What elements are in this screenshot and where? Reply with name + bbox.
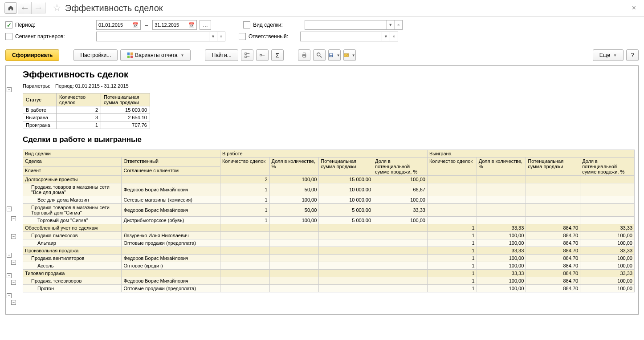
svg-rect-12 bbox=[303, 56, 305, 58]
period-checkbox[interactable] bbox=[5, 21, 12, 28]
calendar-icon[interactable]: 📅 bbox=[188, 22, 195, 28]
collapse-toggle[interactable]: − bbox=[11, 280, 16, 285]
date-to-field[interactable]: 📅 bbox=[152, 20, 197, 30]
responsible-checkbox[interactable] bbox=[239, 33, 246, 40]
back-button[interactable]: 🡐 bbox=[18, 2, 32, 14]
collapse-all-button[interactable] bbox=[256, 49, 269, 61]
table-row[interactable]: Обособленный учет по сделкам133,33884,70… bbox=[23, 224, 635, 232]
table-row[interactable]: Произвольная продажа133,33884,7033,33 bbox=[23, 247, 635, 255]
expand-all-button[interactable] bbox=[241, 49, 253, 61]
help-button[interactable]: ? bbox=[626, 49, 639, 61]
table-row[interactable]: Продажа товаров в магазины сети "Все для… bbox=[23, 183, 635, 196]
segment-label: Сегмент партнеров: bbox=[15, 33, 73, 40]
favorite-star-icon[interactable]: ☆ bbox=[53, 2, 61, 14]
collapse-icon bbox=[259, 52, 265, 58]
deal-type-combo[interactable]: ▼ × bbox=[305, 20, 403, 30]
date-from-input[interactable] bbox=[98, 22, 130, 28]
segment-checkbox[interactable] bbox=[5, 33, 12, 40]
report-variants-button[interactable]: Варианты отчета ▼ bbox=[120, 49, 191, 61]
save-button[interactable]: ▼ bbox=[328, 49, 341, 61]
collapse-toggle[interactable]: − bbox=[7, 206, 12, 211]
svg-rect-3 bbox=[130, 56, 133, 58]
preview-button[interactable] bbox=[313, 49, 326, 61]
collapse-toggle[interactable]: − bbox=[11, 234, 16, 239]
print-button[interactable] bbox=[298, 49, 310, 61]
svg-rect-18 bbox=[344, 54, 348, 57]
summary-header-status: Статус bbox=[23, 93, 57, 106]
report-subtitle: Сделки в работе и выигранные bbox=[23, 135, 635, 144]
segment-combo[interactable]: ▼ × bbox=[96, 32, 225, 41]
summary-table: Статус Количество сделок Потенциальная с… bbox=[23, 93, 150, 129]
table-row[interactable]: Долгосрочные проекты2100,0015 000,00100,… bbox=[23, 176, 635, 183]
table-row[interactable]: ПротонОптовые продажи (предоплата)1100,0… bbox=[23, 285, 635, 292]
segment-input[interactable] bbox=[97, 32, 209, 41]
responsible-combo[interactable]: ▼ × bbox=[300, 32, 398, 41]
collapse-toggle[interactable]: − bbox=[11, 260, 16, 265]
header-bar: 🡐 🡒 ☆ Эффективность сделок × bbox=[0, 0, 644, 16]
table-row[interactable]: Продажа телевизоровФедоров Борис Михайло… bbox=[23, 277, 635, 285]
table-row[interactable]: АльтаирОптовые продажи (предоплата)1100,… bbox=[23, 239, 635, 247]
sum-button[interactable]: Σ bbox=[271, 49, 284, 61]
svg-rect-4 bbox=[245, 53, 246, 55]
nav-back-forward: 🡐 🡒 bbox=[18, 2, 45, 14]
svg-rect-5 bbox=[245, 56, 246, 58]
table-row[interactable]: Все для дома МагазинСетевые магазины (ко… bbox=[23, 196, 635, 204]
chevron-down-icon[interactable]: ▼ bbox=[209, 32, 217, 41]
variants-icon bbox=[127, 52, 133, 58]
table-row[interactable]: Продажа товаров в магазины сети Торговый… bbox=[23, 204, 635, 217]
collapse-toggle[interactable]: − bbox=[11, 216, 16, 221]
clear-icon[interactable]: × bbox=[217, 32, 225, 41]
summary-row: Выиграна32 654,10 bbox=[23, 114, 150, 121]
date-from-field[interactable]: 📅 bbox=[96, 20, 141, 30]
summary-header-amount: Потенциальная сумма продажи bbox=[101, 93, 150, 106]
summary-row: Проиграна1707,76 bbox=[23, 121, 150, 129]
svg-rect-16 bbox=[330, 54, 332, 55]
home-icon bbox=[8, 5, 14, 11]
svg-rect-0 bbox=[127, 53, 130, 55]
clear-icon[interactable]: × bbox=[390, 32, 398, 41]
collapse-toggle[interactable]: − bbox=[7, 273, 12, 278]
filters-panel: Период: 📅 – 📅 ... Вид сделки: ▼ × Сегмен… bbox=[0, 16, 644, 47]
generate-button[interactable]: Сформировать bbox=[5, 49, 59, 61]
close-button[interactable]: × bbox=[628, 4, 640, 12]
deal-type-input[interactable] bbox=[305, 20, 386, 29]
calendar-icon[interactable]: 📅 bbox=[132, 22, 139, 28]
deal-type-checkbox[interactable] bbox=[243, 21, 250, 28]
svg-rect-1 bbox=[130, 53, 133, 55]
chevron-down-icon[interactable]: ▼ bbox=[382, 32, 390, 41]
table-row[interactable]: Продажа пылесосовЛазуренко Илья Николаев… bbox=[23, 232, 635, 239]
report-title: Эффективность сделок bbox=[23, 69, 635, 80]
home-button[interactable] bbox=[4, 2, 17, 14]
period-label: Период: bbox=[15, 22, 73, 28]
table-row[interactable]: Типовая продажа133,33884,7033,33 bbox=[23, 270, 635, 277]
date-to-input[interactable] bbox=[155, 22, 186, 28]
chevron-down-icon[interactable]: ▼ bbox=[386, 20, 394, 29]
svg-line-14 bbox=[320, 56, 322, 57]
svg-point-13 bbox=[317, 53, 320, 56]
settings-button[interactable]: Настройки... bbox=[73, 49, 118, 61]
more-button[interactable]: Еще▼ bbox=[593, 49, 624, 61]
email-button[interactable]: ▼ bbox=[343, 49, 356, 61]
svg-rect-17 bbox=[330, 56, 332, 57]
period-ellipsis-button[interactable]: ... bbox=[200, 20, 211, 30]
collapse-toggle[interactable]: − bbox=[7, 87, 12, 92]
svg-rect-11 bbox=[303, 53, 305, 55]
collapse-toggle[interactable]: − bbox=[7, 293, 12, 298]
forward-button[interactable]: 🡒 bbox=[32, 2, 45, 14]
collapse-toggle[interactable]: − bbox=[11, 300, 16, 305]
summary-row: В работе215 000,00 bbox=[23, 106, 150, 114]
chevron-down-icon: ▼ bbox=[613, 53, 617, 57]
table-row[interactable]: АссольОптовое (кредит)1100,00884,70100,0… bbox=[23, 262, 635, 270]
collapse-toggle[interactable]: − bbox=[7, 253, 12, 258]
chevron-down-icon: ▼ bbox=[181, 53, 184, 57]
report-area[interactable]: − − − − − − − − − − Эффективность сделок… bbox=[5, 65, 639, 315]
table-row[interactable]: Торговый дом "Сигма"Дистрибьюторское (об… bbox=[23, 217, 635, 224]
find-button[interactable]: Найти... bbox=[205, 49, 238, 61]
magnifier-icon bbox=[316, 52, 322, 58]
svg-rect-2 bbox=[127, 56, 130, 58]
table-row[interactable]: Продажа вентиляторовФедоров Борис Михайл… bbox=[23, 255, 635, 262]
responsible-input[interactable] bbox=[301, 32, 382, 41]
clear-icon[interactable]: × bbox=[394, 20, 402, 29]
deal-type-label: Вид сделки: bbox=[253, 22, 302, 28]
sigma-icon: Σ bbox=[276, 52, 279, 59]
